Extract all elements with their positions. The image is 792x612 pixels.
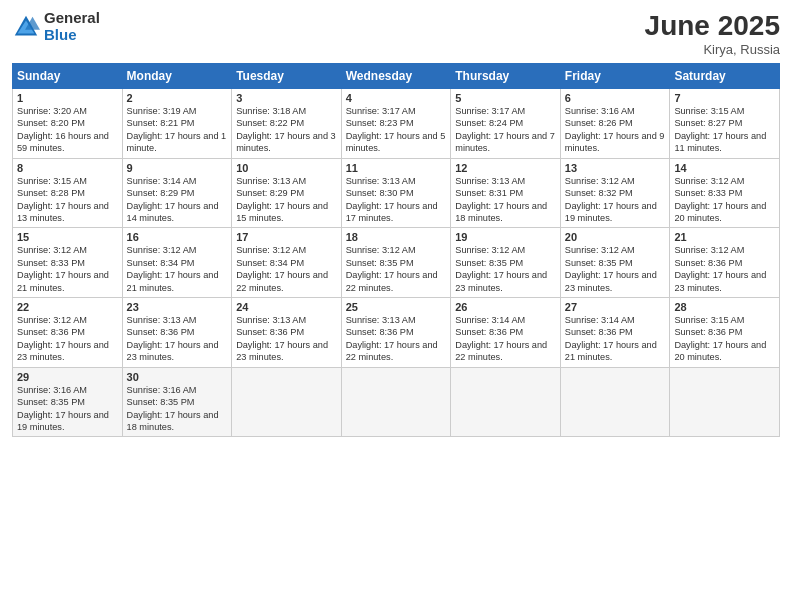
- day-number: 28: [674, 301, 775, 313]
- month-title: June 2025: [645, 10, 780, 42]
- table-row: 3Sunrise: 3:18 AMSunset: 8:22 PMDaylight…: [232, 89, 342, 159]
- table-row: 29Sunrise: 3:16 AMSunset: 8:35 PMDayligh…: [13, 367, 123, 437]
- col-saturday: Saturday: [670, 64, 780, 89]
- table-row: 6Sunrise: 3:16 AMSunset: 8:26 PMDaylight…: [560, 89, 670, 159]
- col-wednesday: Wednesday: [341, 64, 451, 89]
- day-number: 24: [236, 301, 337, 313]
- header: General Blue June 2025 Kirya, Russia: [12, 10, 780, 57]
- table-row: 10Sunrise: 3:13 AMSunset: 8:29 PMDayligh…: [232, 158, 342, 228]
- day-number: 3: [236, 92, 337, 104]
- page: General Blue June 2025 Kirya, Russia Sun…: [0, 0, 792, 612]
- day-number: 6: [565, 92, 666, 104]
- day-info: Sunrise: 3:13 AMSunset: 8:36 PMDaylight:…: [346, 315, 438, 362]
- col-friday: Friday: [560, 64, 670, 89]
- day-number: 4: [346, 92, 447, 104]
- day-info: Sunrise: 3:12 AMSunset: 8:34 PMDaylight:…: [127, 245, 219, 292]
- logo: General Blue: [12, 10, 100, 43]
- table-row: 9Sunrise: 3:14 AMSunset: 8:29 PMDaylight…: [122, 158, 232, 228]
- calendar: Sunday Monday Tuesday Wednesday Thursday…: [12, 63, 780, 437]
- day-number: 7: [674, 92, 775, 104]
- day-number: 12: [455, 162, 556, 174]
- day-number: 23: [127, 301, 228, 313]
- day-number: 20: [565, 231, 666, 243]
- col-sunday: Sunday: [13, 64, 123, 89]
- table-row: 5Sunrise: 3:17 AMSunset: 8:24 PMDaylight…: [451, 89, 561, 159]
- day-number: 16: [127, 231, 228, 243]
- table-row: 1Sunrise: 3:20 AMSunset: 8:20 PMDaylight…: [13, 89, 123, 159]
- logo-text: General Blue: [44, 10, 100, 43]
- logo-general: General: [44, 10, 100, 27]
- day-info: Sunrise: 3:16 AMSunset: 8:26 PMDaylight:…: [565, 106, 665, 153]
- table-row: 19Sunrise: 3:12 AMSunset: 8:35 PMDayligh…: [451, 228, 561, 298]
- table-row: [670, 367, 780, 437]
- table-row: 8Sunrise: 3:15 AMSunset: 8:28 PMDaylight…: [13, 158, 123, 228]
- day-info: Sunrise: 3:16 AMSunset: 8:35 PMDaylight:…: [17, 385, 109, 432]
- table-row: 14Sunrise: 3:12 AMSunset: 8:33 PMDayligh…: [670, 158, 780, 228]
- day-number: 13: [565, 162, 666, 174]
- day-info: Sunrise: 3:12 AMSunset: 8:35 PMDaylight:…: [455, 245, 547, 292]
- table-row: [341, 367, 451, 437]
- day-number: 14: [674, 162, 775, 174]
- day-info: Sunrise: 3:13 AMSunset: 8:29 PMDaylight:…: [236, 176, 328, 223]
- day-info: Sunrise: 3:18 AMSunset: 8:22 PMDaylight:…: [236, 106, 336, 153]
- table-row: 20Sunrise: 3:12 AMSunset: 8:35 PMDayligh…: [560, 228, 670, 298]
- day-info: Sunrise: 3:14 AMSunset: 8:36 PMDaylight:…: [455, 315, 547, 362]
- table-row: [560, 367, 670, 437]
- table-row: [232, 367, 342, 437]
- day-info: Sunrise: 3:15 AMSunset: 8:36 PMDaylight:…: [674, 315, 766, 362]
- table-row: 21Sunrise: 3:12 AMSunset: 8:36 PMDayligh…: [670, 228, 780, 298]
- day-number: 30: [127, 371, 228, 383]
- day-number: 19: [455, 231, 556, 243]
- table-row: 18Sunrise: 3:12 AMSunset: 8:35 PMDayligh…: [341, 228, 451, 298]
- day-info: Sunrise: 3:13 AMSunset: 8:36 PMDaylight:…: [236, 315, 328, 362]
- table-row: 25Sunrise: 3:13 AMSunset: 8:36 PMDayligh…: [341, 298, 451, 368]
- day-info: Sunrise: 3:12 AMSunset: 8:33 PMDaylight:…: [17, 245, 109, 292]
- col-thursday: Thursday: [451, 64, 561, 89]
- table-row: 23Sunrise: 3:13 AMSunset: 8:36 PMDayligh…: [122, 298, 232, 368]
- day-info: Sunrise: 3:12 AMSunset: 8:35 PMDaylight:…: [346, 245, 438, 292]
- day-number: 9: [127, 162, 228, 174]
- table-row: 26Sunrise: 3:14 AMSunset: 8:36 PMDayligh…: [451, 298, 561, 368]
- day-info: Sunrise: 3:20 AMSunset: 8:20 PMDaylight:…: [17, 106, 109, 153]
- day-info: Sunrise: 3:14 AMSunset: 8:36 PMDaylight:…: [565, 315, 657, 362]
- table-row: 4Sunrise: 3:17 AMSunset: 8:23 PMDaylight…: [341, 89, 451, 159]
- day-info: Sunrise: 3:12 AMSunset: 8:32 PMDaylight:…: [565, 176, 657, 223]
- table-row: 30Sunrise: 3:16 AMSunset: 8:35 PMDayligh…: [122, 367, 232, 437]
- day-info: Sunrise: 3:15 AMSunset: 8:27 PMDaylight:…: [674, 106, 766, 153]
- day-info: Sunrise: 3:13 AMSunset: 8:30 PMDaylight:…: [346, 176, 438, 223]
- day-info: Sunrise: 3:13 AMSunset: 8:36 PMDaylight:…: [127, 315, 219, 362]
- day-info: Sunrise: 3:12 AMSunset: 8:33 PMDaylight:…: [674, 176, 766, 223]
- calendar-week-5: 29Sunrise: 3:16 AMSunset: 8:35 PMDayligh…: [13, 367, 780, 437]
- table-row: 16Sunrise: 3:12 AMSunset: 8:34 PMDayligh…: [122, 228, 232, 298]
- location: Kirya, Russia: [645, 42, 780, 57]
- calendar-week-4: 22Sunrise: 3:12 AMSunset: 8:36 PMDayligh…: [13, 298, 780, 368]
- table-row: 11Sunrise: 3:13 AMSunset: 8:30 PMDayligh…: [341, 158, 451, 228]
- day-number: 29: [17, 371, 118, 383]
- table-row: 13Sunrise: 3:12 AMSunset: 8:32 PMDayligh…: [560, 158, 670, 228]
- day-info: Sunrise: 3:12 AMSunset: 8:34 PMDaylight:…: [236, 245, 328, 292]
- day-number: 10: [236, 162, 337, 174]
- calendar-week-3: 15Sunrise: 3:12 AMSunset: 8:33 PMDayligh…: [13, 228, 780, 298]
- calendar-week-2: 8Sunrise: 3:15 AMSunset: 8:28 PMDaylight…: [13, 158, 780, 228]
- table-row: 15Sunrise: 3:12 AMSunset: 8:33 PMDayligh…: [13, 228, 123, 298]
- day-number: 8: [17, 162, 118, 174]
- day-info: Sunrise: 3:17 AMSunset: 8:24 PMDaylight:…: [455, 106, 555, 153]
- day-info: Sunrise: 3:17 AMSunset: 8:23 PMDaylight:…: [346, 106, 446, 153]
- table-row: 12Sunrise: 3:13 AMSunset: 8:31 PMDayligh…: [451, 158, 561, 228]
- table-row: 28Sunrise: 3:15 AMSunset: 8:36 PMDayligh…: [670, 298, 780, 368]
- day-info: Sunrise: 3:15 AMSunset: 8:28 PMDaylight:…: [17, 176, 109, 223]
- day-info: Sunrise: 3:12 AMSunset: 8:35 PMDaylight:…: [565, 245, 657, 292]
- day-info: Sunrise: 3:13 AMSunset: 8:31 PMDaylight:…: [455, 176, 547, 223]
- day-number: 27: [565, 301, 666, 313]
- table-row: [451, 367, 561, 437]
- table-row: 24Sunrise: 3:13 AMSunset: 8:36 PMDayligh…: [232, 298, 342, 368]
- day-number: 5: [455, 92, 556, 104]
- day-info: Sunrise: 3:12 AMSunset: 8:36 PMDaylight:…: [17, 315, 109, 362]
- col-tuesday: Tuesday: [232, 64, 342, 89]
- calendar-week-1: 1Sunrise: 3:20 AMSunset: 8:20 PMDaylight…: [13, 89, 780, 159]
- day-info: Sunrise: 3:16 AMSunset: 8:35 PMDaylight:…: [127, 385, 219, 432]
- logo-icon: [12, 13, 40, 41]
- day-info: Sunrise: 3:19 AMSunset: 8:21 PMDaylight:…: [127, 106, 227, 153]
- table-row: 22Sunrise: 3:12 AMSunset: 8:36 PMDayligh…: [13, 298, 123, 368]
- table-row: 27Sunrise: 3:14 AMSunset: 8:36 PMDayligh…: [560, 298, 670, 368]
